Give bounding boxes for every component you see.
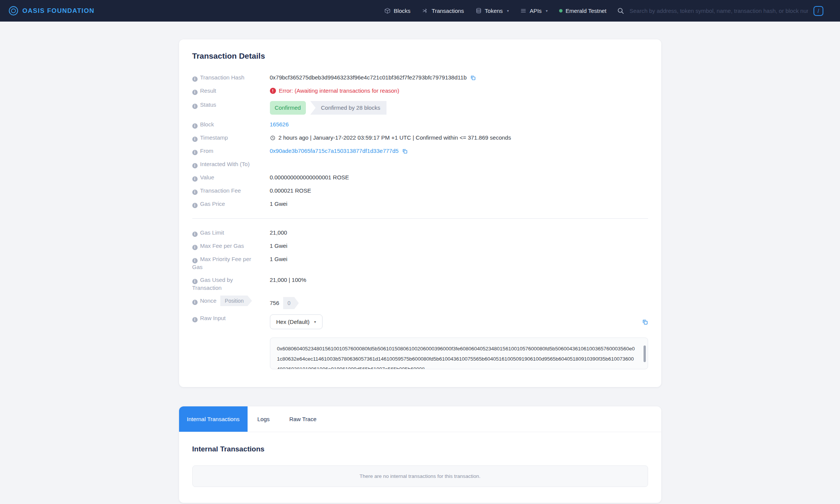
raw-input-format-label: Hex (Default) (276, 319, 310, 325)
info-icon[interactable] (192, 258, 198, 263)
value-amount: 0.000000000000000001 ROSE (270, 174, 349, 181)
row-timestamp: Timestamp 2 hours ago | January-17-2022 … (192, 131, 648, 145)
clock-icon (270, 135, 276, 141)
row-block: Block 165626 (192, 118, 648, 131)
transaction-details-card: Transaction Details Transaction Hash 0x7… (179, 39, 661, 387)
chevron-down-icon: ▾ (314, 320, 316, 324)
info-icon[interactable] (192, 104, 198, 109)
detail-label: Max Priority Fee per Gas (192, 256, 251, 270)
internal-transactions-panel: Internal Transactions There are no inter… (179, 432, 661, 503)
from-address-link[interactable]: 0x90ade3b7065fa715c7a150313877df1d33e777… (270, 147, 399, 155)
max-priority-fee-value: 1 Gwei (270, 255, 288, 263)
info-icon[interactable] (192, 300, 198, 305)
result-error-text: Error: (Awaiting internal transactions f… (270, 87, 399, 95)
info-icon[interactable] (192, 203, 198, 208)
nav-network-label: Emerald Testnet (566, 8, 606, 14)
error-icon (270, 88, 276, 94)
fee-amount: 0.000021 ROSE (270, 187, 311, 194)
main-nav: Blocks Transactions Tokens ▾ APIs (384, 8, 606, 14)
detail-label: Nonce (200, 297, 217, 304)
nav-tokens-label: Tokens (485, 8, 503, 14)
row-gas-price: Gas Price 1 Gwei (192, 198, 648, 211)
row-value: Value 0.000000000000000001 ROSE (192, 171, 648, 184)
row-gas-used: Gas Used by Transaction 21,000 | 100% (192, 274, 648, 294)
detail-label: Status (200, 101, 217, 108)
detail-label: Block (200, 121, 214, 128)
detail-label: Transaction Fee (200, 187, 241, 194)
detail-label: Transaction Hash (200, 74, 245, 81)
nav-blocks-label: Blocks (394, 8, 410, 14)
nav-network-selector[interactable]: Emerald Testnet (559, 8, 606, 14)
row-status: Status Confirmed Confirmed by 28 blocks (192, 98, 648, 118)
row-from: From 0x90ade3b7065fa715c7a150313877df1d3… (192, 145, 648, 158)
timestamp-value: 2 hours ago | January-17-2022 03:59:17 P… (279, 134, 511, 142)
row-raw-input: Raw Input Hex (Default) ▾ 0x608060405234… (192, 312, 648, 372)
info-icon[interactable] (192, 317, 198, 322)
empty-state-message: There are no internal transactions for t… (360, 473, 481, 479)
transaction-tabs-card: Internal Transactions Logs Raw Trace Int… (179, 406, 661, 503)
scrollbar-thumb[interactable] (644, 345, 646, 362)
copy-icon[interactable] (402, 148, 408, 154)
tab-logs[interactable]: Logs (248, 406, 280, 432)
gas-used-value: 21,000 | 100% (270, 276, 306, 284)
detail-label: Value (200, 174, 214, 180)
detail-label: Interacted With (To) (200, 161, 250, 167)
row-nonce: NoncePosition 756 0 (192, 294, 648, 312)
coins-icon (475, 8, 482, 14)
detail-label: Raw Input (200, 315, 226, 321)
info-icon[interactable] (192, 176, 198, 182)
search-bar: / (617, 6, 823, 16)
oasis-logo-icon (8, 6, 19, 16)
info-icon[interactable] (192, 190, 198, 195)
network-dot-icon (559, 9, 563, 12)
cube-icon (384, 8, 391, 14)
confirmation-badge: Confirmed by 28 blocks (310, 101, 387, 115)
info-icon[interactable] (192, 279, 198, 284)
section-title: Internal Transactions (192, 445, 648, 453)
search-input[interactable] (629, 7, 809, 14)
brand-name: OASIS FOUNDATION (22, 7, 94, 15)
raw-input-format-dropdown[interactable]: Hex (Default) ▾ (270, 314, 323, 329)
nav-blocks[interactable]: Blocks (384, 8, 410, 14)
info-icon[interactable] (192, 90, 198, 95)
info-icon[interactable] (192, 123, 198, 129)
transactions-arrows-icon (422, 8, 429, 14)
status-badge: Confirmed (270, 101, 306, 115)
brand-home-link[interactable]: OASIS FOUNDATION (8, 6, 94, 16)
transaction-hash-value: 0x79bcf365275dbeb3d99463233f96e4c721c01b… (270, 74, 467, 81)
detail-label: Timestamp (200, 134, 228, 141)
tab-raw-trace[interactable]: Raw Trace (279, 406, 326, 432)
copy-icon[interactable] (470, 75, 476, 81)
nav-apis[interactable]: APIs ▾ (520, 8, 548, 14)
info-icon[interactable] (192, 232, 198, 237)
detail-label: Gas Price (200, 201, 225, 207)
info-icon[interactable] (192, 150, 198, 155)
nav-transactions-label: Transactions (432, 8, 464, 14)
api-list-icon (520, 8, 527, 14)
page-title: Transaction Details (192, 51, 648, 61)
search-icon (617, 7, 624, 14)
tab-internal-transactions[interactable]: Internal Transactions (179, 406, 248, 432)
top-navbar: OASIS FOUNDATION Blocks Transactions Tok… (0, 0, 840, 22)
chevron-down-icon: ▾ (507, 9, 509, 13)
raw-input-hex-box[interactable]: 0x608060405234801561001057600080fd5b5061… (270, 338, 648, 369)
position-badge: Position (220, 296, 252, 306)
row-result: Result Error: (Awaiting internal transac… (192, 84, 648, 98)
empty-state-box: There are no internal transactions for t… (192, 465, 648, 487)
info-icon[interactable] (192, 163, 198, 168)
block-number-link[interactable]: 165626 (270, 121, 289, 128)
detail-label: Gas Limit (200, 229, 224, 236)
nav-transactions[interactable]: Transactions (422, 8, 464, 14)
info-icon[interactable] (192, 76, 198, 82)
max-fee-value: 1 Gwei (270, 242, 288, 250)
nav-tokens[interactable]: Tokens ▾ (475, 8, 509, 14)
detail-label: Result (200, 87, 217, 94)
row-gas-limit: Gas Limit 21,000 (192, 226, 648, 240)
row-interacted-with: Interacted With (To) (192, 158, 648, 171)
copy-icon[interactable] (642, 319, 648, 325)
nav-apis-label: APIs (530, 8, 542, 14)
info-icon[interactable] (192, 245, 198, 250)
detail-label: Gas Used by Transaction (192, 277, 233, 291)
detail-label: Max Fee per Gas (200, 243, 244, 249)
info-icon[interactable] (192, 137, 198, 142)
